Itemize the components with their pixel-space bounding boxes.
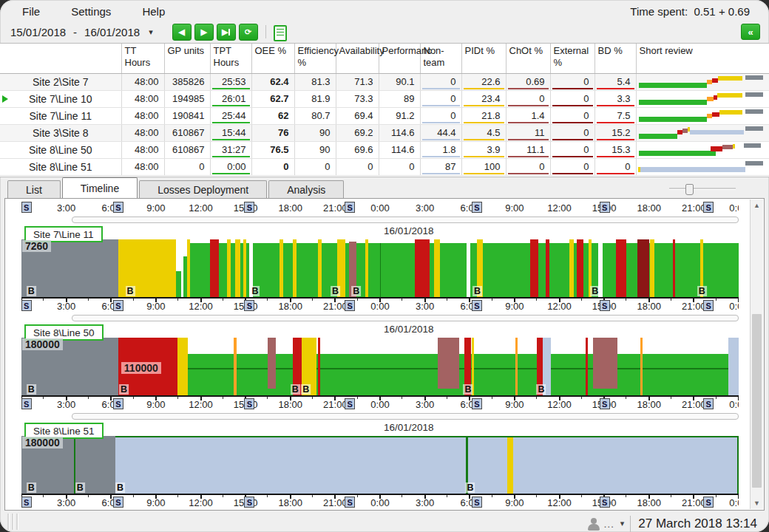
column-header-avail[interactable]: Availability — [336, 44, 379, 74]
cell-value-chot: 1.4 — [508, 109, 549, 123]
cell-value-bd: 5.4 — [597, 75, 634, 89]
shift-marker: S — [244, 398, 254, 409]
cell-chot: 0.69 — [506, 74, 550, 91]
date-range: 15/01/2018 - 16/01/2018 ▾ — [10, 26, 153, 38]
cell-value-tt: 48:00 — [123, 143, 163, 157]
menu-settings[interactable]: Settings — [71, 5, 111, 18]
chart-plot[interactable]: 180000110000BBBBBB — [21, 338, 739, 397]
cell-chot: 11.1 — [506, 142, 550, 159]
date-dropdown-icon[interactable]: ▾ — [149, 27, 153, 37]
refresh-button[interactable]: ⟳ — [239, 24, 258, 41]
scroll-up-icon[interactable]: ▲ — [751, 200, 763, 211]
next-period-button[interactable]: ▶ — [194, 24, 214, 41]
cell-tpt: 15:44 — [210, 125, 251, 142]
chart-segment-yellow — [650, 239, 654, 297]
timeline-top-scroll-track[interactable] — [72, 216, 739, 223]
resize-grip — [7, 514, 18, 530]
table-row[interactable]: Site 7\Line 1048:0019498526:0162.781.973… — [0, 91, 769, 108]
date-from[interactable]: 15/01/2018 — [10, 26, 66, 38]
column-header-review[interactable]: Short review — [636, 44, 769, 74]
batch-marker: B — [27, 286, 36, 296]
shift-marker: S — [600, 398, 610, 409]
menu-file[interactable]: File — [22, 5, 40, 18]
table-row[interactable]: Site 3\Site 848:0061086715:44769069.2114… — [0, 125, 769, 142]
axis-minor-tick — [43, 397, 44, 399]
row-name-cell[interactable]: Site 7\Line 11 — [0, 108, 121, 125]
chart-segment-red — [577, 239, 584, 297]
zoom-slider-thumb[interactable] — [685, 184, 694, 195]
column-header-tt[interactable]: TT Hours — [121, 44, 164, 74]
cell-value-pidt: 21.8 — [464, 109, 504, 123]
shift-marker: S — [244, 202, 254, 213]
cell-short-review — [636, 74, 769, 91]
chart-scroll-track[interactable] — [72, 413, 739, 420]
cell-perf: 0 — [379, 159, 420, 176]
column-header-nonteam[interactable]: Non-team — [420, 44, 461, 74]
row-name-cell[interactable]: Site 2\Site 7 — [0, 74, 121, 91]
cell-avail: 73.3 — [336, 91, 379, 108]
chart-plot[interactable]: 7260BBBBBBBB — [21, 239, 739, 299]
row-name-cell[interactable]: Site 3\Site 8 — [0, 125, 121, 142]
time-spent: Time spent: 0.51 + 0.69 — [630, 5, 750, 18]
row-name: Site 2\Site 7 — [33, 76, 89, 88]
chart-segment-yellow — [243, 239, 246, 297]
collapse-panel-button[interactable]: « — [741, 24, 760, 40]
column-header-name[interactable] — [0, 44, 121, 74]
cell-value-avail: 69.4 — [338, 109, 377, 123]
column-header-gp[interactable]: GP units — [164, 44, 210, 74]
menu-help[interactable]: Help — [142, 5, 165, 18]
axis-minor-tick — [267, 397, 268, 399]
chart-plot[interactable]: 180000BBBB — [21, 436, 739, 495]
table-row[interactable]: Site 2\Site 748:0038582625:5362.481.371.… — [0, 74, 769, 91]
column-header-pidt[interactable]: PIDt % — [461, 44, 506, 74]
scroll-down-icon[interactable]: ▼ — [751, 497, 763, 509]
column-header-external[interactable]: External % — [550, 44, 594, 74]
row-name-cell[interactable]: Site 7\Line 10 — [0, 91, 121, 108]
batch-marker: B — [697, 286, 707, 296]
row-name-cell[interactable]: Site 8\Line 51 — [0, 159, 121, 176]
scrollbar-thumb[interactable] — [752, 314, 762, 488]
tab-losses-deployment[interactable]: Losses Deployment — [139, 180, 267, 198]
column-header-eff[interactable]: Efficiency % — [294, 44, 336, 74]
column-header-oee[interactable]: OEE % — [251, 44, 294, 74]
zoom-slider[interactable] — [669, 184, 736, 193]
cell-short-review — [636, 91, 769, 108]
short-review-chart — [638, 126, 766, 140]
axis-minor-tick — [223, 299, 223, 301]
prev-period-button[interactable]: ◀ — [172, 24, 192, 41]
chart-segment-yellow — [187, 239, 190, 297]
cell-value-eff: 90 — [297, 143, 334, 157]
row-name-cell[interactable]: Site 8\Line 50 — [0, 142, 121, 159]
chart-segment-yellow — [293, 239, 297, 297]
column-header-perf[interactable]: Performanc — [379, 44, 420, 74]
cell-value-avail: 69.6 — [338, 143, 377, 157]
date-to[interactable]: 16/01/2018 — [84, 26, 140, 38]
column-header-bd[interactable]: BD % — [594, 44, 636, 74]
table-row[interactable]: Site 7\Line 1148:0019084125:446280.769.4… — [0, 108, 769, 125]
tab-analysis[interactable]: Analysis — [268, 180, 344, 198]
cell-tt: 48:00 — [121, 142, 164, 159]
tab-list[interactable]: List — [7, 180, 61, 198]
tab-timeline[interactable]: Timeline — [62, 177, 138, 198]
next-icon: ▶ — [200, 28, 206, 36]
cell-value-chot: 11 — [508, 126, 549, 140]
last-period-button[interactable]: ▶ — [217, 24, 236, 41]
column-header-tpt[interactable]: TPT Hours — [210, 44, 251, 74]
timeline-vertical-scrollbar[interactable]: ▲ ▼ — [750, 200, 763, 509]
chart-counter-tag: 180000 — [22, 437, 63, 449]
cell-value-gp: 0 — [166, 160, 209, 174]
cell-oee: 0 — [251, 159, 294, 176]
column-header-chot[interactable]: ChOt % — [506, 44, 550, 74]
table-row[interactable]: Site 8\Line 5048:0061086731:2776.59069.6… — [0, 142, 769, 159]
axis-minor-tick — [626, 495, 626, 497]
cell-oee: 62 — [251, 108, 294, 125]
cell-value-tpt: 31:27 — [212, 143, 250, 157]
user-dropdown-icon[interactable]: ▾ — [620, 519, 625, 528]
review-segment-yellow — [717, 93, 743, 98]
chart-scroll-track[interactable] — [72, 315, 739, 321]
shift-marker: S — [244, 300, 254, 311]
table-row[interactable]: Site 8\Line 5148:0000:00000087100000 — [0, 159, 769, 176]
report-button[interactable] — [272, 24, 287, 40]
cell-tpt: 25:53 — [210, 74, 251, 91]
cell-tt: 48:00 — [121, 159, 164, 176]
